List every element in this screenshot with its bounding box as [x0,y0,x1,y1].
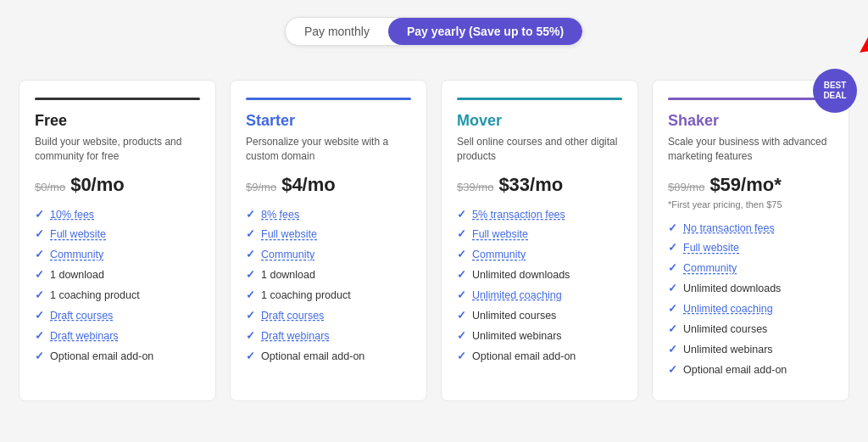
feature-link[interactable]: Full website [472,227,528,241]
price-current: $59/mo* [709,174,781,196]
feature-item: ✓ Unlimited webinars [668,343,833,357]
price-current: $0/mo [70,174,125,196]
feature-item: ✓ Draft webinars [246,329,411,344]
feature-link[interactable]: Community [683,261,737,275]
feature-link[interactable]: Community [50,248,103,261]
feature-text: 1 coaching product [50,288,140,302]
arrow-icon [860,13,868,64]
check-icon: ✓ [35,227,44,242]
feature-item: ✓ 5% transaction fees [457,208,622,222]
plan-top-bar [246,98,411,100]
feature-link[interactable]: Draft webinars [261,329,330,343]
check-icon: ✓ [35,208,44,222]
feature-text: Optional email add-on [683,363,787,377]
feature-text: Optional email add-on [261,350,364,363]
feature-item: ✓ 1 download [35,268,200,283]
feature-text: 1 download [261,268,315,282]
plan-card-starter: Starter Personalize your website with a … [230,80,427,401]
plan-description: Sell online courses and other digital pr… [457,135,622,164]
check-icon: ✓ [246,208,255,222]
price-original: $39/mo [457,181,493,193]
feature-text: Unlimited webinars [472,329,562,343]
feature-item: ✓ Unlimited coaching [668,302,833,316]
plan-description: Scale your business with advanced market… [668,135,833,164]
plans-grid: Free Build your website, products and co… [19,80,849,401]
feature-link[interactable]: 5% transaction fees [472,208,565,221]
price-current: $4/mo [281,174,336,196]
check-icon: ✓ [246,268,255,283]
check-icon: ✓ [35,248,44,262]
monthly-toggle-btn[interactable]: Pay monthly [286,18,388,45]
check-icon: ✓ [457,288,466,303]
feature-link[interactable]: 10% fees [50,208,94,221]
check-icon: ✓ [457,227,466,242]
plan-name: Shaker [668,112,833,130]
check-icon: ✓ [35,288,44,303]
feature-text: Unlimited downloads [683,282,781,295]
plan-name: Mover [457,112,622,130]
price-current: $33/mo [498,174,563,196]
check-icon: ✓ [246,350,255,364]
yearly-toggle-btn[interactable]: Pay yearly (Save up to 55%) [388,18,582,45]
plan-card-shaker: BESTDEAL Shaker Scale your business with… [652,80,849,401]
feature-item: ✓ Full website [457,227,622,242]
feature-text: Unlimited courses [683,322,767,336]
check-icon: ✓ [457,309,466,323]
price-row: $9/mo $4/mo [246,174,411,196]
check-icon: ✓ [246,248,255,262]
price-note: *First year pricing, then $75 [668,199,833,210]
feature-text: Unlimited downloads [472,268,570,282]
feature-item: ✓ Unlimited courses [457,309,622,323]
feature-item: ✓ Draft webinars [35,329,200,344]
features-list: ✓ 8% fees ✓ Full website ✓ Community ✓ 1… [246,208,411,364]
feature-item: ✓ Optional email add-on [457,350,622,364]
feature-item: ✓ Full website [668,241,833,255]
feature-item: ✓ Unlimited downloads [668,282,833,296]
check-icon: ✓ [668,261,677,276]
feature-link[interactable]: Full website [683,241,739,255]
feature-text: 1 download [50,268,104,282]
check-icon: ✓ [668,282,677,296]
feature-link[interactable]: Draft courses [50,309,113,322]
price-row: $0/mo $0/mo [35,174,200,196]
check-icon: ✓ [668,221,677,236]
check-icon: ✓ [246,288,255,303]
feature-text: Optional email add-on [472,350,576,363]
price-row: $89/mo $59/mo* [668,174,833,196]
feature-item: ✓ Community [668,261,833,276]
plan-card-free: Free Build your website, products and co… [19,80,216,401]
plan-description: Build your website, products and communi… [35,135,200,164]
check-icon: ✓ [668,363,677,378]
feature-item: ✓ 1 coaching product [246,288,411,303]
check-icon: ✓ [457,268,466,283]
feature-item: ✓ Unlimited courses [668,322,833,337]
plan-card-mover: Mover Sell online courses and other digi… [441,80,638,401]
price-original: $9/mo [246,181,276,193]
check-icon: ✓ [35,268,44,283]
feature-link[interactable]: Draft courses [261,309,324,322]
feature-link[interactable]: Full website [261,227,317,241]
feature-item: ✓ Optional email add-on [668,363,833,378]
feature-link[interactable]: Draft webinars [50,329,119,343]
feature-link[interactable]: Unlimited coaching [683,302,773,316]
price-row: $39/mo $33/mo [457,174,622,196]
plan-name: Free [35,112,200,130]
feature-item: ✓ Draft courses [246,309,411,323]
feature-item: ✓ Unlimited coaching [457,288,622,303]
feature-text: 1 coaching product [261,288,351,302]
plan-description: Personalize your website with a custom d… [246,135,411,164]
feature-link[interactable]: Community [261,248,314,261]
features-list: ✓ 5% transaction fees ✓ Full website ✓ C… [457,208,622,364]
feature-item: ✓ Community [246,248,411,262]
feature-link[interactable]: 8% fees [261,208,299,221]
feature-link[interactable]: No transaction fees [683,221,775,235]
best-deal-badge: BESTDEAL [813,69,857,113]
feature-link[interactable]: Community [472,248,526,261]
check-icon: ✓ [668,322,677,337]
price-original: $0/mo [35,181,65,193]
feature-link[interactable]: Full website [50,227,106,241]
feature-item: ✓ No transaction fees [668,221,833,236]
feature-link[interactable]: Unlimited coaching [472,288,562,302]
check-icon: ✓ [668,343,677,357]
check-icon: ✓ [457,350,466,364]
